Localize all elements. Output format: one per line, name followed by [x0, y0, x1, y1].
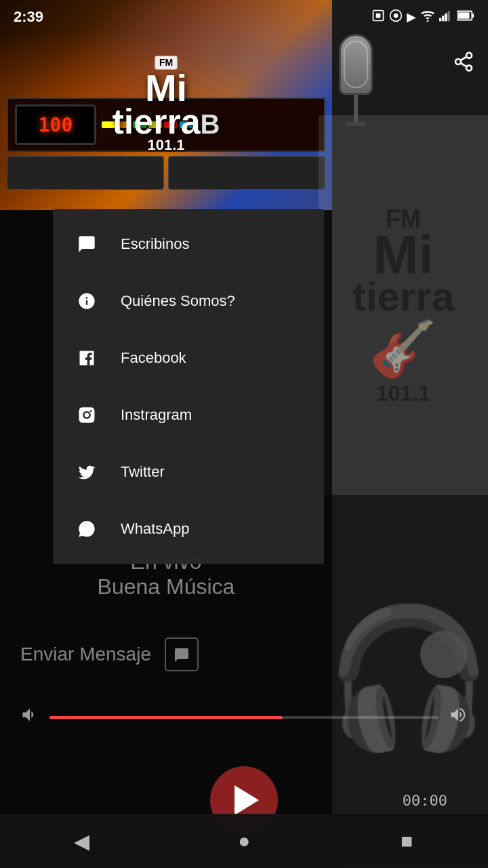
station-name: MitierraB: [113, 72, 220, 136]
info-icon: [73, 288, 100, 315]
volume-fill: [49, 716, 283, 719]
escribinos-label: Escribinos: [121, 235, 189, 253]
svg-line-16: [460, 57, 466, 60]
signal-icon: [439, 9, 453, 25]
menu-item-facebook[interactable]: Facebook: [53, 330, 324, 387]
svg-point-3: [394, 13, 399, 18]
buena-musica-text: Buena Música: [0, 574, 332, 599]
microphone-visual: [329, 34, 383, 126]
menu-item-quienes-somos[interactable]: Quiénes Somos?: [53, 273, 324, 330]
menu-item-whatsapp[interactable]: WhatsApp: [53, 500, 324, 557]
enviar-circle: [420, 631, 468, 678]
menu-item-instagram[interactable]: Instragram: [53, 387, 324, 443]
hero-logo: FM MitierraB 101.1: [113, 56, 220, 154]
chat-icon: [73, 231, 100, 258]
whatsapp-label: WhatsApp: [121, 520, 190, 538]
nav-home-button[interactable]: ●: [224, 821, 264, 861]
twitter-icon: [73, 458, 100, 486]
whatsapp-icon: [73, 515, 100, 542]
play-status-icon: ▶: [407, 9, 416, 24]
svg-point-4: [427, 20, 429, 21]
twitter-label: Twitter: [121, 463, 165, 481]
nav-bar: ◀ ● ■: [0, 814, 488, 868]
radio-display: 100: [15, 104, 96, 145]
instagram-icon: [73, 401, 100, 429]
svg-line-15: [460, 63, 466, 66]
enviar-mensaje-text: Enviar Mensaje: [20, 644, 151, 665]
volume-slider[interactable]: [49, 716, 439, 719]
menu-item-escribinos[interactable]: Escribinos: [53, 216, 324, 273]
status-time: 2:39: [14, 8, 43, 26]
menu-item-twitter[interactable]: Twitter: [53, 443, 324, 500]
instagram-label: Instragram: [121, 406, 192, 424]
facebook-label: Facebook: [121, 349, 186, 367]
svg-rect-6: [442, 16, 444, 21]
lp-guitar-icon: 🎸: [352, 317, 454, 381]
volume-low-icon: [20, 705, 39, 729]
lp-mi-text: Mi: [352, 233, 454, 277]
quienes-somos-label: Quiénes Somos?: [121, 292, 235, 310]
ring-icon: [389, 9, 403, 26]
status-icons: ▶: [371, 9, 474, 26]
lp-freq-text: 101.1: [352, 381, 454, 406]
svg-point-13: [455, 59, 461, 64]
status-bar: 2:39 ▶: [0, 0, 488, 34]
timer-text: 00:00: [403, 792, 447, 809]
svg-point-12: [466, 53, 472, 58]
volume-high-icon: [449, 705, 468, 729]
dropdown-menu: Escribinos Quiénes Somos? Facebook Instr…: [53, 209, 324, 564]
nav-back-button[interactable]: ◀: [61, 821, 102, 861]
svg-rect-7: [445, 13, 447, 21]
nav-recent-button[interactable]: ■: [386, 821, 427, 861]
share-button[interactable]: [453, 51, 474, 77]
enviar-mensaje-icon[interactable]: [165, 637, 199, 671]
record-icon: [371, 9, 385, 26]
enviar-section: Enviar Mensaje: [0, 637, 488, 671]
volume-section: [0, 705, 488, 729]
lp-tierra-text: tierra: [352, 277, 454, 317]
svg-rect-8: [448, 11, 450, 21]
logo-panel: FM Mi tierra 🎸 101.1: [319, 115, 488, 495]
play-triangle-icon: [235, 785, 259, 815]
svg-rect-11: [472, 14, 474, 18]
wifi-icon: [420, 9, 435, 25]
svg-rect-5: [439, 18, 441, 21]
svg-rect-10: [458, 12, 470, 18]
facebook-icon: [73, 344, 100, 372]
svg-point-14: [466, 65, 472, 71]
battery-icon: [457, 9, 474, 25]
svg-rect-1: [376, 13, 381, 18]
